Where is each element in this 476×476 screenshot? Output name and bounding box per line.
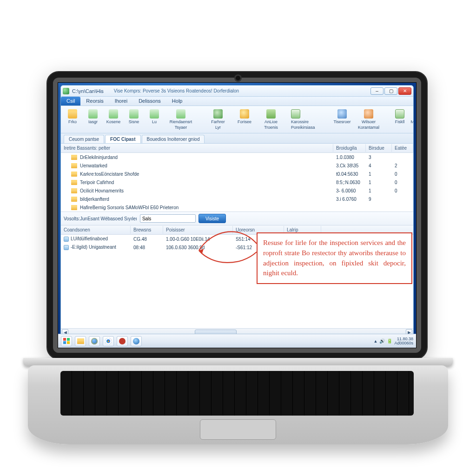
ribbon-label: Mowsnoyr xyxy=(411,119,414,124)
ribbon-open-button[interactable]: Frko xyxy=(64,108,81,126)
taskbar-ie-button[interactable] xyxy=(89,336,100,346)
person-icon xyxy=(364,109,373,119)
row-cell: 8:5;:N.0630 xyxy=(333,179,366,185)
maximize-button[interactable]: ▢ xyxy=(384,87,397,95)
table-row[interactable]: Karkre:tosEöncistare Shofdet0.04:563010 xyxy=(61,170,413,178)
row-name: Uenwatarked xyxy=(80,163,107,168)
taskbar: ▲ 🔊 🔋 11.80.38 Ad00060s xyxy=(58,334,416,348)
taskbar-chrome-button[interactable] xyxy=(103,336,114,346)
row-cell xyxy=(333,207,366,208)
ribbon-btn-13[interactable]: WilsoerKorantamal xyxy=(354,108,383,131)
minimize-button[interactable]: – xyxy=(370,87,383,95)
tab-0[interactable]: Ceuom pantse xyxy=(64,135,104,143)
menu-item-4[interactable]: Holp xyxy=(166,97,188,106)
tray-expand-icon[interactable]: ▲ xyxy=(374,339,378,344)
table-row[interactable]: Uenwatarked3.Ck 38\3542 xyxy=(61,161,413,170)
col-b2[interactable]: Poisisser xyxy=(163,226,233,234)
taskbar-app2-button[interactable] xyxy=(131,336,142,346)
row-name: bildjerkanfterd xyxy=(80,197,109,202)
gear-icon xyxy=(213,109,223,119)
taskbar-folder-button[interactable] xyxy=(75,336,86,346)
col-3[interactable]: Eatëe xyxy=(392,144,413,152)
taskbar-app-button[interactable] xyxy=(117,336,128,346)
row-cell: 4 xyxy=(366,163,392,169)
table-row[interactable]: bildjerkanfterd3.i 6.07609 xyxy=(61,195,413,203)
tray-icon[interactable]: 🔋 xyxy=(387,338,392,344)
ribbon-label: Riendaensrt xyxy=(170,119,192,124)
row-cell: 3 xyxy=(366,154,392,160)
start-button[interactable] xyxy=(61,336,72,346)
table-header[interactable]: Iretire Bassants: pelter Broidugila Birs… xyxy=(61,144,413,153)
ribbon-btn-5[interactable]: RiendaensrtTsyaer xyxy=(166,108,196,131)
folder-table: Iretire Bassants: pelter Broidugila Birs… xyxy=(61,144,413,212)
col-2[interactable]: Birsdue xyxy=(366,144,392,152)
row-cell: 3- 6.0060 xyxy=(333,188,366,194)
menu-item-3[interactable]: Delissons xyxy=(133,97,166,106)
clock[interactable]: 11.80.38 Ad00060s xyxy=(394,337,413,345)
search-button[interactable]: Visiste xyxy=(198,214,226,223)
ribbon-btn-4[interactable]: Lu xyxy=(145,108,163,126)
col-b0[interactable]: Coandsonen xyxy=(61,226,131,234)
col-1[interactable]: Broidugila xyxy=(333,144,366,152)
col-b1[interactable]: Brewsns xyxy=(131,226,163,234)
laptop-camera xyxy=(236,76,240,80)
app-icon xyxy=(63,88,69,94)
title-bar[interactable]: C:\yn\Can\His Vise Komprs: Poverse 3s Vi… xyxy=(61,86,413,97)
row-cell: 0 xyxy=(392,171,413,177)
row-cell: 1 xyxy=(366,179,392,185)
ribbon-btn-1[interactable]: Iasgr xyxy=(84,108,102,126)
ribbon-sublabel: Tsyaer xyxy=(175,125,187,130)
ribbon-label: Karossire xyxy=(291,119,309,124)
folder-icon xyxy=(77,338,84,344)
row-cell: 9 xyxy=(366,196,392,202)
tab-1[interactable]: FOC Cipast xyxy=(105,135,140,143)
ribbon-btn-8[interactable]: Forisee xyxy=(236,108,253,126)
ribbon-label: Farhrer xyxy=(211,119,225,124)
folder-icon xyxy=(71,180,77,185)
ribbon-label: Lu xyxy=(152,119,157,124)
row-cell: 2 xyxy=(392,163,413,169)
ribbon-label: Iasgr xyxy=(88,119,98,124)
row-name: HafireBernig Sorsoris SAMoWFbl E60 Priet… xyxy=(80,205,178,210)
menu-item-1[interactable]: Reorsis xyxy=(80,97,109,106)
annotation-callout: Resuse for lirle for the inspection serv… xyxy=(257,232,412,284)
close-button[interactable]: ✕ xyxy=(398,87,411,95)
search-input[interactable] xyxy=(140,214,196,223)
table-row[interactable]: DrElekilninjurdand1.0.03803 xyxy=(61,153,413,161)
row-cell xyxy=(392,198,413,199)
row-cell xyxy=(392,157,413,158)
ribbon-btn-9[interactable]: AnLioeTroenis xyxy=(256,108,286,131)
menu-bar: Csil Reorsis Ihorei Delissons Holp xyxy=(61,97,413,106)
table-row[interactable]: Ocilicit Hovnamenrits3- 6.006010 xyxy=(61,186,413,195)
folder-icon xyxy=(71,197,77,202)
folder-icon xyxy=(71,163,77,168)
ribbon-btn-15[interactable]: Fiskll xyxy=(391,108,409,126)
row-name: Ocilicit Hovnamenrits xyxy=(80,188,124,193)
row-cell: LUifdülfietinaboed xyxy=(61,236,131,242)
tray-icon[interactable]: 🔊 xyxy=(379,338,385,344)
ribbon-btn-7[interactable]: FarhrerLyr xyxy=(203,108,233,131)
row-name: Teripoir Cafirhnd xyxy=(80,180,114,185)
tab-2[interactable]: Bouedios Inoiteroer gniod xyxy=(142,135,205,143)
ribbon-btn-16[interactable]: Mowsnoyr xyxy=(411,108,414,126)
system-tray[interactable]: ▲ 🔊 🔋 11.80.38 Ad00060s xyxy=(374,337,413,345)
ribbon-btn-10[interactable]: KarossirePoreikirsiasa xyxy=(289,108,326,131)
app-icon xyxy=(119,338,126,344)
ribbon-btn-12[interactable]: Tisesroer xyxy=(333,108,351,126)
row-cell xyxy=(392,207,413,208)
ribbon-btn-2[interactable]: Kosene xyxy=(105,108,122,126)
table-row[interactable]: HafireBernig Sorsoris SAMoWFbl E60 Priet… xyxy=(61,203,413,212)
row-name: DrElekilninjurdand xyxy=(80,155,118,160)
star-icon xyxy=(240,109,249,119)
row-cell: 1.00-0.G60 10E0ii.14 xyxy=(163,236,233,242)
row-cell: -E:ilgild) Unigastneant xyxy=(61,244,131,251)
folder-icon xyxy=(71,205,77,210)
menu-item-2[interactable]: Ihorei xyxy=(109,97,133,106)
col-name[interactable]: Iretire Bassants: pelter xyxy=(61,144,333,152)
menu-item-0[interactable]: Csil xyxy=(61,97,80,106)
globe-icon xyxy=(133,338,139,344)
folder-icon xyxy=(71,188,77,193)
table-row[interactable]: Teripoir Cafirhnd8:5;:N.063010 xyxy=(61,178,413,186)
row-cell: CG.48 xyxy=(131,236,163,242)
ribbon-btn-3[interactable]: Sisne xyxy=(125,108,143,126)
